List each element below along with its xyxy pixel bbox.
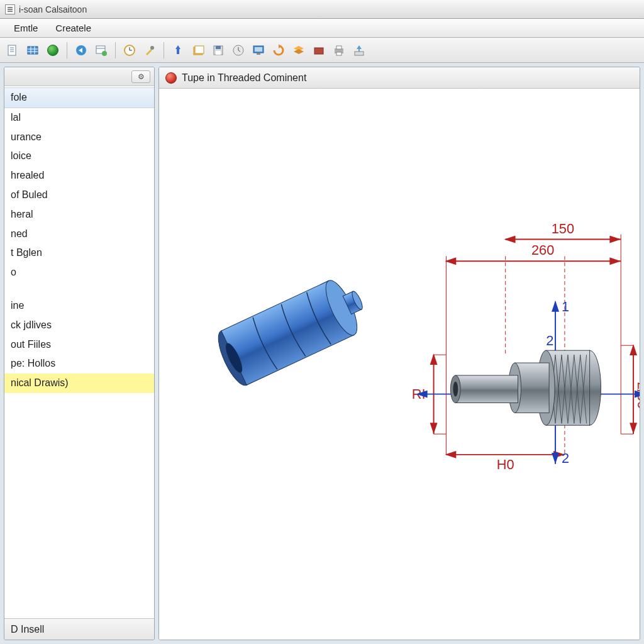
list-item[interactable]: loice — [4, 147, 154, 166]
toolbar-brick-icon[interactable] — [310, 42, 328, 59]
toolbar-grid-icon[interactable] — [24, 42, 42, 59]
side-panel: ⚙ fole lal urance loice hrealed of Buled… — [4, 67, 155, 640]
titlebar: i-soan Calsaitoon — [0, 0, 644, 19]
list-item[interactable]: of Buled — [4, 186, 154, 205]
axis-label-2b: 2 — [562, 450, 569, 466]
toolbar-disk-icon[interactable] — [209, 42, 227, 59]
menu-emtle[interactable]: Emtle — [5, 20, 47, 36]
side-panel-footer: D Insell — [4, 618, 154, 640]
list-item[interactable]: t Bglen — [4, 243, 154, 263]
list-item[interactable]: ine — [4, 296, 154, 316]
canvas-panel: Tupe in Threaded Cominent — [158, 67, 640, 640]
svg-rect-20 — [216, 46, 221, 49]
svg-rect-32 — [355, 52, 364, 55]
toolbar-table-refresh-icon[interactable] — [92, 42, 110, 59]
toolbar-separator — [115, 42, 116, 58]
side-panel-body[interactable]: fole lal urance loice hrealed of Buled h… — [4, 86, 154, 618]
menubar: Emtle Createle — [0, 19, 644, 38]
list-item[interactable]: pe: Hollos — [4, 354, 154, 374]
toolbar-pin-blue-icon[interactable] — [169, 42, 187, 59]
toolbar-refresh-orange-icon[interactable] — [270, 42, 287, 59]
list-item[interactable]: o — [4, 263, 154, 282]
toolbar-clock-grey-icon[interactable] — [230, 42, 247, 59]
side-panel-header: ⚙ — [4, 67, 154, 86]
svg-point-12 — [102, 51, 107, 56]
dim-bottom-H0: H0 — [497, 457, 514, 472]
svg-rect-0 — [8, 45, 16, 55]
window-title: i-soan Calsaitoon — [19, 4, 87, 14]
list-item[interactable]: urance — [4, 128, 154, 147]
svg-rect-21 — [216, 51, 221, 55]
svg-point-77 — [453, 382, 458, 397]
toolbar-monitor-icon[interactable] — [250, 42, 267, 59]
toolbar-printer-icon[interactable] — [330, 42, 348, 59]
side-footer-label: D Insell — [11, 624, 44, 635]
sidebar-section-header[interactable]: fole — [4, 87, 154, 108]
list-item[interactable]: out Fiiles — [4, 335, 154, 355]
toolbar — [0, 38, 644, 63]
toolbar-layers-icon[interactable] — [290, 42, 308, 59]
menu-createle[interactable]: Createle — [47, 20, 100, 36]
axis-label-1: 1 — [562, 299, 569, 314]
app-doc-icon — [5, 4, 15, 14]
toolbar-arrow-circle-icon[interactable] — [72, 42, 90, 59]
toolbar-sheets-icon[interactable] — [189, 42, 207, 59]
svg-rect-28 — [314, 48, 323, 54]
toolbar-doc-icon[interactable] — [4, 42, 21, 59]
side-settings-button[interactable]: ⚙ — [131, 70, 150, 83]
canvas-title: Tupe in Threaded Cominent — [182, 72, 306, 84]
dim-right-rot: 90/7 — [635, 382, 640, 408]
list-blank — [4, 282, 154, 296]
svg-rect-4 — [28, 47, 38, 54]
svg-rect-30 — [336, 46, 341, 49]
list-item[interactable]: hrealed — [4, 166, 154, 186]
toolbar-upload-icon[interactable] — [350, 42, 368, 59]
toolbar-globe-green-icon[interactable] — [44, 42, 62, 59]
workspace: ⚙ fole lal urance loice hrealed of Buled… — [0, 63, 644, 644]
gear-icon: ⚙ — [138, 72, 145, 81]
toolbar-tools-icon[interactable] — [141, 42, 158, 59]
toolbar-separator — [164, 42, 164, 58]
toolbar-clock-icon[interactable] — [121, 42, 138, 59]
svg-rect-26 — [255, 47, 262, 52]
list-item-highlighted[interactable]: nical Drawis) — [4, 374, 154, 393]
svg-rect-31 — [336, 52, 341, 55]
list-item[interactable]: lal — [4, 108, 154, 128]
list-item[interactable]: heral — [4, 205, 154, 225]
axis-label-2: 2 — [546, 333, 553, 348]
svg-rect-18 — [195, 46, 204, 53]
svg-rect-27 — [257, 53, 260, 55]
canvas-viewport[interactable]: 150 260 RI 90/7 — [159, 89, 640, 640]
list-item[interactable]: ned — [4, 225, 154, 244]
dim-top-150: 150 — [552, 221, 574, 236]
cad-drawing: 150 260 RI 90/7 — [159, 89, 640, 640]
svg-rect-75 — [455, 375, 518, 403]
globe-red-icon — [165, 72, 177, 84]
canvas-header: Tupe in Threaded Cominent — [159, 67, 640, 89]
dim-top-260: 260 — [531, 242, 554, 258]
svg-point-16 — [150, 46, 154, 50]
list-item[interactable]: ck jdlives — [4, 316, 154, 335]
toolbar-separator — [67, 42, 67, 58]
